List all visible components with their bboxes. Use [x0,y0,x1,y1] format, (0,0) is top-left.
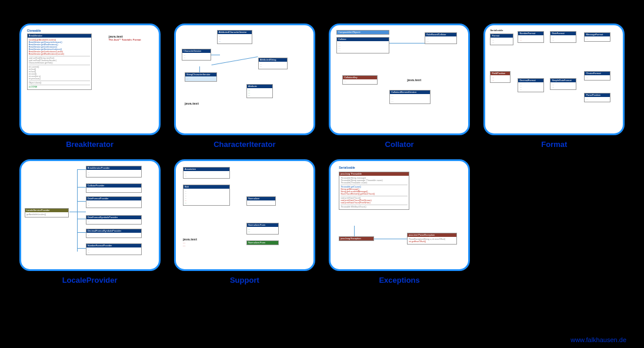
card-thumb: Comparable<Object> Collator ………… RuleBas… [329,24,470,135]
card-support[interactable]: Annotation …… Bidi ……………… Normalizer … N… [172,159,316,285]
card-thumb: Cloneable BreakIterator Locale[] getAvai… [19,24,161,135]
card-caption: Exceptions [379,276,419,285]
cloneable-label: Cloneable [27,29,41,32]
card-localeprovider[interactable]: LocaleServiceProvider getAvailableLocale… [18,159,162,285]
card-caption: Support [230,276,259,285]
package-label: java.text The Java™ Tutorials: Format [109,35,141,41]
card-exceptions[interactable]: Serializable java.lang Throwable Throwab… [328,159,472,285]
card-thumb: Serializable java.lang Throwable Throwab… [329,159,470,271]
thumbnail-grid: Cloneable BreakIterator Locale[] getAvai… [0,0,644,290]
package-label: java.text … … [183,237,197,247]
card-format[interactable]: Serializable Format …… NumberFormat …… D… [482,24,626,149]
card-thumb: LocaleServiceProvider getAvailableLocale… [19,159,161,271]
card-caption: LocaleProvider [62,276,118,285]
package-label: java.text [185,102,199,105]
card-caption: CharacterIterator [213,140,276,149]
card-thumb: AttributedCharacterIterator ……… Characte… [174,24,315,135]
card-thumb: Annotation …… Bidi ……………… Normalizer … N… [174,159,315,271]
card-breakiterator[interactable]: Cloneable BreakIterator Locale[] getAvai… [18,24,162,149]
card-caption: Collator [385,140,414,149]
serializable-label: Serializable [339,166,355,169]
class-body: Locale[] getAvailableLocales() BreakIter… [28,38,91,89]
footer-link[interactable]: www.falkhausen.de [570,336,626,343]
card-caption: BreakIterator [66,140,114,149]
card-thumb: Serializable Format …… NumberFormat …… D… [483,24,625,135]
package-label: java.text [407,78,421,82]
card-characteriterator[interactable]: AttributedCharacterIterator ……… Characte… [172,24,316,149]
card-collator[interactable]: Comparable<Object> Collator ………… RuleBas… [328,24,472,149]
card-caption: Format [541,140,567,149]
